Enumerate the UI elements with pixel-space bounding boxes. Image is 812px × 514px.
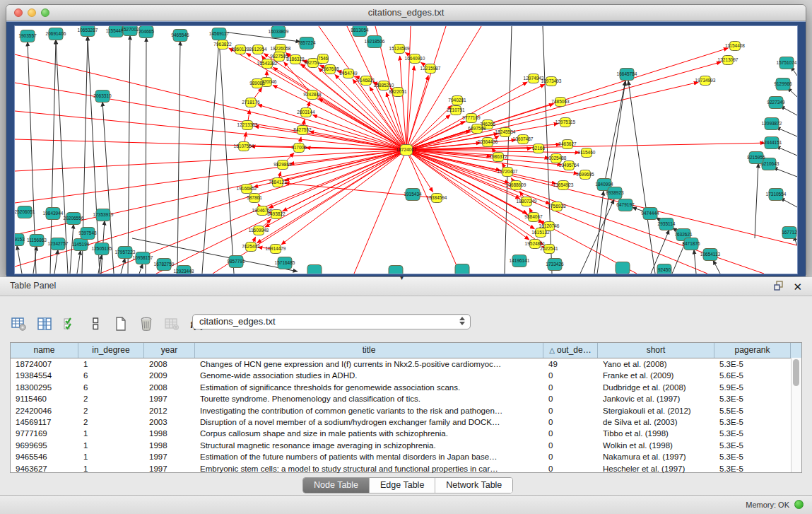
table-row[interactable]: 969969511998Structural magnetic resonanc… <box>11 440 801 451</box>
graph-node-label: 2967608 <box>321 66 339 71</box>
graph-node[interactable] <box>455 264 469 274</box>
network-canvas[interactable]: 1903557206914061065328711554408152700220… <box>15 26 797 274</box>
table-row[interactable]: 946554611997Estimation of the future num… <box>11 451 801 462</box>
show-columns-icon[interactable] <box>35 315 54 333</box>
column-header-out_de[interactable]: △out_de… <box>543 343 598 358</box>
graph-node-label: 12923448 <box>174 269 194 274</box>
graph-node[interactable] <box>616 262 630 274</box>
table-cell: 2 <box>78 416 144 428</box>
graph-node-label: 12215987 <box>420 66 441 71</box>
table-row[interactable]: 977716911998Corpus callosum shape and si… <box>11 428 801 439</box>
memory-status-label: Memory: OK <box>746 501 789 509</box>
graph-node-label: 9397548 <box>78 230 97 235</box>
delete-table-icon <box>163 315 181 333</box>
table-cell: Estimation of significance thresholds fo… <box>195 382 543 393</box>
table-cell: 1 <box>78 440 144 451</box>
graph-node-label: 11156863 <box>27 238 47 243</box>
column-header-year[interactable]: year <box>144 343 195 358</box>
graph-node-label: 9463627 <box>558 141 577 146</box>
minimize-window-button[interactable] <box>28 8 36 17</box>
float-panel-icon[interactable] <box>773 280 784 294</box>
table-cell: 6 <box>78 382 144 393</box>
graph-node-label: 16120746 <box>539 223 560 228</box>
graph-node[interactable] <box>307 265 322 274</box>
vertical-scrollbar[interactable] <box>791 358 801 472</box>
close-panel-icon[interactable]: ✕ <box>793 281 802 293</box>
table-row[interactable]: 2242004622012Investigating the contribut… <box>11 405 801 416</box>
table-cell: 2 <box>78 405 144 416</box>
graph-node-label: 7857224 <box>298 40 316 45</box>
table-cell: 2 <box>78 393 144 404</box>
graph-node-label: 12342757 <box>48 241 69 246</box>
table-row[interactable]: 1456911722003Disruption of a novel membe… <box>11 416 801 428</box>
graph-node-label: 16645784 <box>617 71 637 76</box>
graph-node-label: 8454749 <box>339 71 358 76</box>
table-cell: Yano et al. (2008) <box>598 358 714 370</box>
select-columns-icon[interactable] <box>61 315 79 333</box>
graph-node-label: 10958157 <box>133 255 153 260</box>
table-header-row: namein_degreeyeartitle△out_de…shortpager… <box>11 343 801 358</box>
graph-node[interactable] <box>389 266 403 274</box>
graph-node-label: 7986372 <box>489 154 507 159</box>
window-titlebar[interactable]: citations_edges.txt <box>6 5 806 21</box>
graph-node-label: 15751074 <box>777 60 797 65</box>
table-cell: de Silva et al. (2003) <box>598 416 714 428</box>
graph-node-label: 7584123 <box>269 180 287 185</box>
row-height-icon[interactable] <box>86 315 105 333</box>
table-cell: 1998 <box>144 428 195 439</box>
new-column-icon[interactable] <box>112 315 130 333</box>
graph-node-label: 587861 <box>247 195 262 200</box>
column-header-title[interactable]: title <box>195 343 543 358</box>
table-cell: Structural magnetic resonance image aver… <box>195 440 543 451</box>
column-header-pagerank[interactable]: pagerank <box>714 343 791 358</box>
zoom-window-button[interactable] <box>41 8 49 17</box>
graph-node-label: 20206556 <box>64 216 84 221</box>
graph-node-label: 2718176 <box>242 100 260 105</box>
graph-node-label: 1903557 <box>18 33 37 38</box>
graph-node-label: 62166 <box>532 146 545 151</box>
graph-node-label: 7632621 <box>674 232 693 237</box>
table-mode-icon[interactable] <box>10 315 28 333</box>
close-window-button[interactable] <box>14 8 23 17</box>
graph-node-label: 1145194 <box>72 242 90 247</box>
tab-edge-table[interactable]: Edge Table <box>370 478 435 493</box>
table-cell: 2003 <box>144 416 195 428</box>
graph-node-label: 8860128 <box>231 47 249 52</box>
column-header-short[interactable]: short <box>598 343 714 358</box>
graph-node-label: 8215955 <box>747 155 765 160</box>
table-cell: 5.6E-5 <box>714 370 791 381</box>
table-cell: 18300295 <box>11 382 78 393</box>
table-cell: 2012 <box>144 405 195 416</box>
column-header-name[interactable]: name <box>11 343 78 358</box>
table-row[interactable]: 1830029562008Estimation of significance … <box>11 382 801 393</box>
scrollbar-thumb[interactable] <box>793 359 799 386</box>
table-cell: 5.3E-5 <box>714 451 791 462</box>
table-cell: 0 <box>543 382 598 393</box>
network-view-frame: 1903557206914061065328711554408152700220… <box>6 21 806 276</box>
table-row[interactable]: 911546021997Tourette syndrome. Phenomeno… <box>11 393 801 404</box>
table-cell: 5.3E-5 <box>714 428 791 439</box>
table-selector-dropdown[interactable]: citations_edges.txt <box>192 314 471 329</box>
table-cell: 49 <box>543 358 598 370</box>
table-cell: 0 <box>543 416 598 428</box>
node-table: namein_degreeyeartitle△out_de…shortpager… <box>10 342 802 473</box>
delete-column-trash-icon[interactable] <box>137 315 155 333</box>
table-cell: 0 <box>543 428 598 439</box>
network-window: citations_edges.txt 19035572069140610653… <box>6 4 806 276</box>
splitter-handle-icon[interactable]: ▾ <box>400 274 404 281</box>
table-cell: Jankovic et al. (1997) <box>598 393 714 404</box>
table-row[interactable]: 1872400712008Changes of HCN gene express… <box>11 358 801 370</box>
tab-node-table[interactable]: Node Table <box>303 478 370 493</box>
graph-node-label: 15716485 <box>275 260 295 265</box>
column-header-in_degree[interactable]: in_degree <box>78 343 144 358</box>
graph-node-label: 25206051 <box>15 209 35 214</box>
table-cell: Dudbridge et al. (2008) <box>598 382 714 393</box>
table-cell: Disruption of a novel member of a sodium… <box>195 416 543 428</box>
tab-network-table[interactable]: Network Table <box>435 478 512 493</box>
status-bar: Memory: OK <box>0 495 812 514</box>
table-row[interactable]: 1938455462009Genome-wide association stu… <box>11 370 801 381</box>
table-cell: 0 <box>543 440 598 451</box>
table-cell: 9115460 <box>11 393 78 404</box>
graph-node-label: 12505135 <box>92 246 112 251</box>
graph-node-label: 11154408 <box>725 43 745 48</box>
